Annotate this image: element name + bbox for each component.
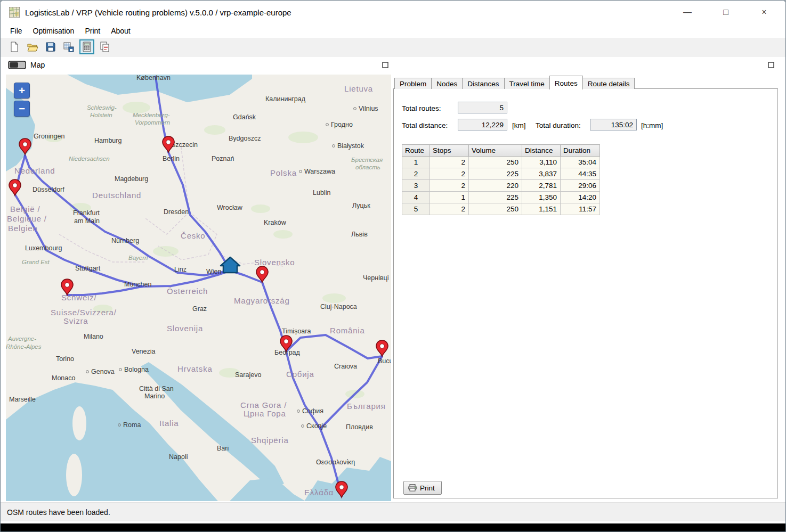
tab-problem[interactable]: Problem [394, 78, 432, 89]
zoom-out-button[interactable]: − [14, 101, 30, 117]
map-svg: KøbenhavnКалининградLietuvaVilniusSchles… [6, 75, 391, 501]
route-cell: 2 [430, 157, 469, 168]
map-label: Graz [192, 305, 207, 313]
map-label: Monaco [52, 374, 76, 382]
routes-table-header: RouteStopsVolumeDistanceDuration [402, 145, 600, 157]
map-label: Sarajevo [235, 371, 261, 379]
map-label: København [136, 75, 171, 81]
column-header-duration[interactable]: Duration [561, 145, 600, 157]
map-label: Grand Est [22, 259, 50, 265]
map-label: België / [10, 204, 40, 214]
open-folder-button[interactable] [25, 39, 40, 54]
map-label: Warszawa [304, 168, 335, 175]
right-panel-maximize-icon[interactable] [768, 62, 774, 68]
map-label: Брестская [351, 157, 383, 163]
map-island [66, 454, 82, 496]
map-island [72, 406, 86, 440]
map-forest [273, 230, 293, 239]
tab-routes[interactable]: Routes [549, 76, 583, 89]
map-label: Berlin [163, 155, 180, 162]
map-label: Hamburg [94, 137, 121, 144]
route-cell: 225 [469, 168, 522, 180]
new-document-button[interactable] [7, 39, 22, 54]
column-header-route[interactable]: Route [402, 145, 430, 157]
map-label: München [124, 281, 151, 288]
column-header-stops[interactable]: Stops [430, 145, 469, 157]
status-bar: OSM routes have been loaded. [1, 502, 785, 521]
total-distance-label: Total distance: [402, 121, 448, 129]
map-label: Dresden [164, 208, 189, 216]
print-button[interactable]: Print [403, 481, 442, 495]
map-canvas[interactable]: KøbenhavnКалининградLietuvaVilniusSchles… [6, 75, 391, 501]
map-label: София [302, 407, 323, 415]
total-duration-label: Total duration: [536, 121, 581, 129]
save-button[interactable] [43, 39, 58, 54]
tab-strip: ProblemNodesDistancesTravel timeRoutesRo… [393, 75, 778, 89]
column-header-distance[interactable]: Distance [522, 145, 561, 157]
map-panel-maximize-icon[interactable] [382, 62, 388, 68]
route-cell: 29:06 [561, 180, 600, 192]
map-label: Slovenija [167, 324, 203, 333]
map-label: Vorpommern [135, 119, 170, 126]
zoom-in-button[interactable]: + [14, 83, 30, 99]
map-label: Deutschland [92, 191, 141, 200]
calculator-icon [81, 41, 93, 53]
map-label: Szczecin [171, 141, 198, 149]
map-label: Magyarország [234, 296, 290, 305]
toolbar [1, 38, 785, 56]
map-label: Frankfurt [73, 209, 100, 217]
copy-report-button[interactable] [98, 39, 112, 54]
route-cell: 220 [469, 180, 522, 192]
map-label: Svizra [63, 316, 88, 325]
map-label: Hrvatska [177, 364, 213, 373]
map-label: Magdeburg [115, 175, 148, 183]
title-bar: LogisticsLab / VRP (Vehicle routing prob… [1, 1, 785, 24]
map-label: Auvergne- [7, 335, 36, 342]
map-forest [288, 132, 318, 143]
save-table-button[interactable] [61, 39, 76, 54]
route-cell: 2,781 [522, 180, 561, 192]
map-label: Polska [270, 168, 297, 177]
route-row[interactable]: 522501,15111:57 [402, 203, 600, 215]
map-label: Луцьк [352, 202, 370, 209]
map-label: Groningen [34, 133, 64, 140]
map-label: Italia [159, 419, 179, 428]
route-row[interactable]: 412251,35014:20 [402, 192, 600, 203]
map-label: Црна Гора [244, 409, 286, 418]
copy-report-icon [99, 41, 111, 53]
route-cell: 250 [469, 157, 522, 168]
menu-about[interactable]: About [106, 26, 136, 36]
app-window: LogisticsLab / VRP (Vehicle routing prob… [0, 0, 786, 532]
route-row[interactable]: 322202,78129:06 [402, 180, 600, 192]
tab-route-details[interactable]: Route details [582, 78, 635, 89]
map-label: București [378, 357, 391, 365]
map-label: Wrocław [217, 204, 243, 211]
calculator-button[interactable] [79, 39, 94, 54]
map-label: Lietuva [344, 84, 373, 93]
tab-nodes[interactable]: Nodes [431, 78, 463, 89]
route-row[interactable]: 222253,83744:35 [402, 168, 600, 180]
save-icon [45, 41, 56, 53]
panel-title: Map [30, 61, 45, 69]
route-cell: 250 [469, 203, 522, 215]
route-cell: 1 [402, 157, 430, 168]
close-button[interactable]: × [745, 1, 783, 24]
map-label: Ελλάδα [304, 488, 334, 497]
map-label: Crna Gora / [240, 400, 287, 410]
menu-file[interactable]: File [5, 26, 28, 36]
tab-distances[interactable]: Distances [462, 78, 504, 89]
route-row[interactable]: 122503,11035:04 [402, 157, 600, 168]
panel-toggle-icon[interactable] [8, 61, 26, 69]
menu-optimisation[interactable]: Optimisation [28, 26, 80, 36]
map-label: am Main [74, 217, 100, 225]
minimize-button[interactable]: — [668, 1, 707, 24]
route-cell: 3,837 [522, 168, 561, 180]
map-label: область [355, 164, 380, 170]
map-label: Bayern [128, 255, 148, 261]
route-cell: 44:35 [561, 168, 600, 180]
menu-print[interactable]: Print [79, 26, 106, 36]
column-header-volume[interactable]: Volume [469, 145, 522, 157]
maximize-button[interactable]: □ [707, 1, 745, 24]
map-label: Θεσσαλονίκη [316, 459, 355, 466]
tab-travel-time[interactable]: Travel time [504, 78, 550, 89]
